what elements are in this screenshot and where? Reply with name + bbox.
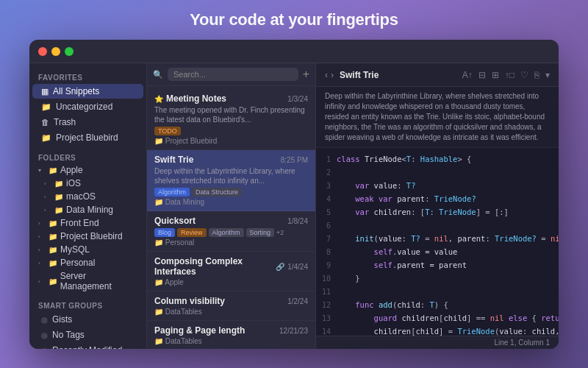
- snippet-folder: 📁 Personal: [154, 238, 308, 247]
- add-snippet-button[interactable]: +: [303, 68, 309, 80]
- tag-badge: TODO: [154, 127, 181, 135]
- sidebar-item-gists[interactable]: ◎ Gists: [32, 312, 143, 327]
- folders-label: Folders: [29, 149, 146, 163]
- favorites-label: Favorites: [29, 69, 146, 83]
- code-content: 1 class TrieNode<T: Hashable> { 2 3 var …: [316, 148, 559, 336]
- snippet-date: 12/21/23: [279, 327, 308, 335]
- sidebar-item-ios[interactable]: › 📁 iOS: [29, 177, 146, 190]
- tag-badge: Data Structure: [192, 188, 242, 197]
- font-icon[interactable]: A↑: [462, 70, 473, 80]
- sidebar-item-project-bluebird-folder[interactable]: › 📁 Project Bluebird: [29, 230, 146, 243]
- code-line: 2: [316, 167, 559, 180]
- sidebar-item-label: Apple: [60, 165, 83, 175]
- code-line: 8 self.value = value: [316, 247, 559, 260]
- list-item[interactable]: ⭐ Meeting Notes 1/3/24 The meeting opene…: [147, 89, 315, 150]
- layout-icon[interactable]: ⊟: [478, 70, 486, 80]
- tag-badge: Review: [177, 228, 207, 237]
- line-number: 5: [316, 207, 337, 218]
- sidebar-item-mysql[interactable]: › 📁 MySQL: [29, 243, 146, 256]
- list-item[interactable]: Composing Complex Interfaces 🔗 1/4/24 📁 …: [147, 252, 315, 291]
- sidebar-item-recently-modified[interactable]: ◎ Recently Modified: [32, 343, 143, 349]
- chevron-right-icon: ›: [44, 180, 51, 187]
- code-panel: ‹ › Swift Trie A↑ ⊟ ⊞ ↑□ ♡ ⎘ ▾ Deep with…: [316, 63, 559, 349]
- copy-icon[interactable]: ⎘: [534, 70, 539, 80]
- sidebar-item-apple[interactable]: ▾ 📁 Apple: [29, 163, 146, 177]
- list-item[interactable]: Column visibility 1/2/24 📁 DataTables: [147, 291, 315, 321]
- share-icon[interactable]: ↑□: [505, 70, 514, 80]
- code-header: ‹ › Swift Trie A↑ ⊟ ⊞ ↑□ ♡ ⎘ ▾: [316, 63, 559, 87]
- sidebar-item-label: Gists: [52, 314, 72, 325]
- line-number: 9: [316, 260, 337, 271]
- snippet-folder: 📁 Apple: [154, 278, 308, 286]
- snippet-date: 1/3/24: [287, 95, 308, 103]
- snippet-title: Column visibility: [154, 296, 284, 306]
- code-line: 5 var children: [T: TrieNode] = [:]: [316, 207, 559, 220]
- code-text: self.value = value: [337, 247, 457, 258]
- grid-icon: ▦: [41, 87, 49, 96]
- sidebar-item-label: No Tags: [52, 330, 85, 340]
- sidebar-item-project-bluebird[interactable]: 📁 Project Bluebird: [32, 130, 143, 145]
- snippet-date: 1/4/24: [287, 263, 308, 271]
- folder-icon: 📁: [49, 259, 57, 267]
- maximize-button[interactable]: [65, 47, 74, 56]
- back-arrow[interactable]: ‹: [325, 70, 328, 80]
- search-input[interactable]: [168, 68, 298, 81]
- code-description: Deep within the Labyrinthine Library, wh…: [316, 87, 559, 148]
- code-line: 9 self.parent = parent: [316, 260, 559, 273]
- grid-icon[interactable]: ⊞: [492, 70, 499, 80]
- sidebar-item-label: Project Bluebird: [60, 231, 123, 241]
- sidebar-item-trash[interactable]: 🗑 Trash: [32, 115, 143, 130]
- bookmark-icon[interactable]: ♡: [520, 70, 528, 80]
- cursor-position: Line 1, Column 1: [494, 339, 550, 347]
- search-bar: 🔍 +: [147, 63, 315, 86]
- code-header-actions: A↑ ⊟ ⊞ ↑□ ♡ ⎘ ▾: [462, 70, 550, 80]
- line-number: 13: [316, 313, 337, 324]
- minimize-button[interactable]: [51, 47, 60, 56]
- sidebar-item-macos[interactable]: › 📁 macOS: [29, 190, 146, 203]
- folder-icon: 📁: [49, 246, 57, 254]
- list-item[interactable]: Paging & Page length 12/21/23 📁 DataTabl…: [147, 321, 315, 349]
- code-line: 10 }: [316, 273, 559, 286]
- sidebar-item-label: Trash: [54, 117, 76, 127]
- sidebar-item-label: Uncategorized: [56, 102, 112, 112]
- sidebar-item-data-mining[interactable]: › 📁 Data Mining: [29, 203, 146, 216]
- folder-icon: 📁: [54, 193, 63, 201]
- folder-icon: 📁: [49, 166, 57, 174]
- sidebar-item-front-end[interactable]: › 📁 Front End: [29, 216, 146, 230]
- code-line: 11: [316, 286, 559, 300]
- more-icon[interactable]: ▾: [545, 70, 550, 80]
- folder-icon: 📁: [49, 277, 57, 286]
- sidebar-item-no-tags[interactable]: ◎ No Tags: [32, 328, 143, 342]
- snippets-list: ⭐ Meeting Notes 1/3/24 The meeting opene…: [147, 86, 315, 349]
- code-text: guard children[child] == nil else { retu…: [337, 313, 559, 325]
- link-icon: 🔗: [276, 263, 284, 271]
- folder-icon: 📁: [49, 233, 57, 241]
- forward-arrow[interactable]: ›: [331, 70, 334, 80]
- snippet-title: Swift Trie: [154, 155, 278, 165]
- code-line: 6: [316, 220, 559, 233]
- sidebar-item-label: Personal: [60, 258, 95, 268]
- line-number: 6: [316, 220, 337, 231]
- chevron-right-icon: ›: [44, 207, 51, 213]
- sidebar-item-label: Server Management: [60, 271, 137, 291]
- folder-icon: 📁: [54, 180, 63, 188]
- gists-icon: ◎: [41, 316, 48, 324]
- close-button[interactable]: [38, 47, 47, 56]
- hero-title: Your code at your fingertips: [190, 10, 398, 29]
- tag-badge: Algorithm: [154, 188, 190, 197]
- sidebar-item-personal[interactable]: › 📁 Personal: [29, 256, 146, 269]
- middle-panel: 🔍 + ⭐ Meeting Notes 1/3/24 The meeting o…: [147, 63, 316, 349]
- snippet-folder: 📁 DataTables: [154, 337, 308, 345]
- line-number: 7: [316, 233, 337, 244]
- line-number: 3: [316, 180, 337, 191]
- tag-extra-count: +2: [276, 229, 284, 236]
- folder-icon: 📁: [49, 219, 57, 227]
- list-item[interactable]: Quicksort 1/8/24 Blog Review Algorithm S…: [147, 211, 315, 252]
- sidebar-item-server-management[interactable]: › 📁 Server Management: [29, 269, 146, 293]
- snippet-date: 1/2/24: [287, 297, 308, 305]
- list-item[interactable]: Swift Trie 8:25 PM Deep within the Labyr…: [147, 150, 315, 211]
- chevron-right-icon: ›: [44, 194, 51, 200]
- sidebar: Favorites ▦ All Snippets 📁 Uncategorized…: [29, 63, 147, 349]
- sidebar-item-uncategorized[interactable]: 📁 Uncategorized: [32, 99, 143, 114]
- sidebar-item-all-snippets[interactable]: ▦ All Snippets: [32, 84, 143, 99]
